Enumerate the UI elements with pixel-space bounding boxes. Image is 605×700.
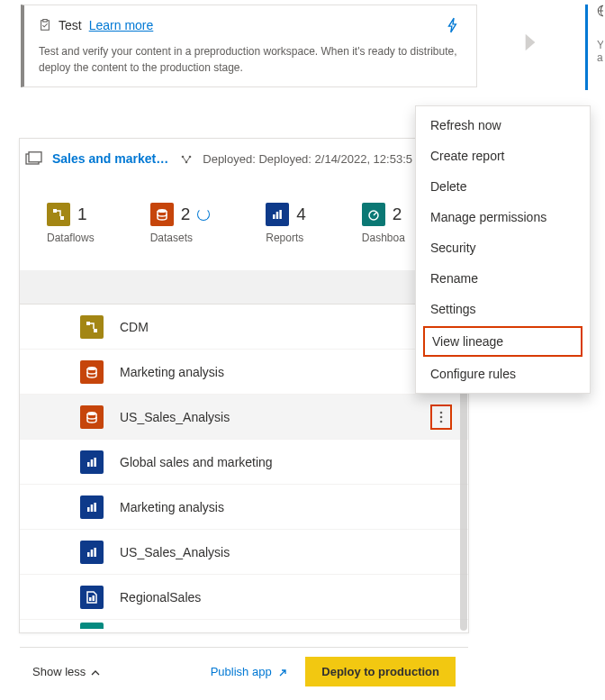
svg-rect-28 (91, 505, 94, 512)
more-options-button[interactable] (430, 405, 452, 430)
svg-rect-10 (53, 209, 57, 213)
stat-label: Datasets (150, 232, 211, 244)
stats-row: 1Dataflows2Datasets4Reports2Dashboa (47, 203, 405, 244)
list-item[interactable]: RegionalSales (20, 575, 468, 620)
menu-item-security[interactable]: Security (416, 232, 590, 263)
globe-icon (597, 5, 603, 17)
menu-item-rename[interactable]: Rename (416, 263, 590, 294)
report-icon (80, 541, 104, 564)
svg-rect-29 (94, 503, 96, 512)
publish-app-link[interactable]: Publish app (211, 665, 288, 678)
list-item[interactable]: Marketing analysis (20, 485, 468, 530)
list-item[interactable]: CDM (20, 305, 468, 350)
menu-item-manage-permissions[interactable]: Manage permissions (416, 202, 590, 232)
deploy-to-production-button[interactable]: Deploy to production (305, 657, 456, 686)
svg-rect-27 (87, 507, 90, 512)
menu-item-create-report[interactable]: Create report (416, 141, 590, 171)
next-stage-peek: Yo ac (585, 5, 603, 90)
workspace-title-link[interactable]: Sales and marketing doc… (52, 151, 170, 166)
svg-rect-13 (273, 214, 275, 219)
dataset-icon (150, 203, 174, 226)
item-name: Marketing analysis (120, 500, 224, 514)
app-icon (80, 623, 104, 630)
dash-icon (362, 203, 385, 226)
item-context-menu: Refresh nowCreate reportDeleteManage per… (415, 105, 591, 394)
svg-rect-33 (89, 597, 92, 601)
list-item[interactable] (20, 620, 468, 629)
svg-rect-18 (94, 329, 97, 332)
next-stage-arrow-icon[interactable] (522, 32, 538, 53)
stat-count: 1 (77, 205, 87, 224)
stat-label: Dataflows (47, 232, 95, 244)
svg-rect-15 (280, 210, 283, 219)
workspace-icon (25, 151, 43, 166)
svg-point-23 (440, 421, 443, 423)
svg-rect-32 (94, 548, 96, 557)
stat-count: 2 (393, 205, 402, 224)
banner-title: Test (59, 18, 82, 32)
dataflow-icon (80, 315, 104, 339)
stat-dataflows: 1Dataflows (47, 203, 95, 244)
list-item[interactable]: US_Sales_Analysis (20, 395, 468, 440)
banner-description: Test and verify your content in a prepro… (39, 43, 462, 76)
workspace-header: Sales and marketing doc… Deployed: Deplo… (25, 151, 412, 166)
item-name: Global sales and marketing (120, 455, 273, 469)
stat-datasets: 2Datasets (150, 203, 211, 244)
svg-rect-26 (94, 458, 96, 467)
menu-item-settings[interactable]: Settings (416, 294, 590, 324)
svg-point-19 (87, 367, 96, 370)
svg-rect-17 (86, 322, 90, 325)
report-icon (80, 495, 104, 519)
svg-rect-25 (91, 459, 94, 467)
svg-point-12 (158, 209, 167, 213)
menu-item-delete[interactable]: Delete (416, 171, 590, 202)
svg-point-20 (87, 412, 96, 415)
menu-item-view-lineage[interactable]: View lineage (423, 326, 582, 357)
list-item[interactable]: Global sales and marketing (20, 440, 468, 485)
stat-dashboa: 2Dashboa (362, 203, 405, 244)
item-name: Marketing analysis (120, 365, 224, 379)
report-icon (80, 450, 104, 474)
lightning-icon[interactable] (444, 16, 462, 34)
stat-count: 2 (181, 205, 191, 224)
svg-rect-11 (60, 216, 64, 220)
learn-more-link[interactable]: Learn more (89, 18, 154, 32)
svg-rect-14 (276, 212, 279, 219)
list-item[interactable]: US_Sales_Analysis (20, 530, 468, 575)
stat-reports: 4Reports (266, 203, 306, 244)
svg-rect-6 (29, 152, 41, 162)
test-stage-banner: Test Learn more Test and verify your con… (21, 5, 477, 87)
content-list: CDMMarketing analysisUS_Sales_AnalysisGl… (20, 305, 468, 629)
clipboard-icon (39, 19, 51, 32)
item-name: US_Sales_Analysis (120, 545, 230, 559)
list-item[interactable]: Marketing analysis (20, 350, 468, 395)
item-name: CDM (120, 320, 149, 334)
svg-rect-34 (93, 595, 95, 601)
svg-rect-31 (91, 550, 94, 557)
report-icon (266, 203, 289, 226)
svg-rect-24 (87, 462, 90, 467)
dataset-icon (80, 360, 104, 384)
menu-item-configure-rules[interactable]: Configure rules (416, 359, 590, 389)
item-name: RegionalSales (120, 590, 201, 605)
dataset-icon (80, 405, 104, 429)
excel-icon (80, 586, 104, 609)
show-less-toggle[interactable]: Show less (32, 665, 100, 678)
menu-item-refresh-now[interactable]: Refresh now (416, 110, 590, 141)
item-name: US_Sales_Analysis (120, 410, 230, 424)
svg-point-22 (440, 416, 443, 419)
dataflow-icon (47, 203, 70, 226)
stage-footer: Show less Publish app Deploy to producti… (20, 647, 468, 695)
svg-point-21 (440, 412, 443, 414)
stat-label: Reports (266, 232, 306, 244)
list-header-bar (20, 270, 468, 305)
deployed-icon (179, 151, 194, 166)
stat-label: Dashboa (362, 232, 405, 244)
refresh-spinner-icon (197, 208, 210, 221)
deployed-timestamp: Deployed: Deployed: 2/14/2022, 12:53:5 (203, 152, 412, 166)
svg-rect-30 (87, 552, 90, 557)
svg-rect-1 (43, 19, 47, 22)
stat-count: 4 (296, 205, 306, 224)
